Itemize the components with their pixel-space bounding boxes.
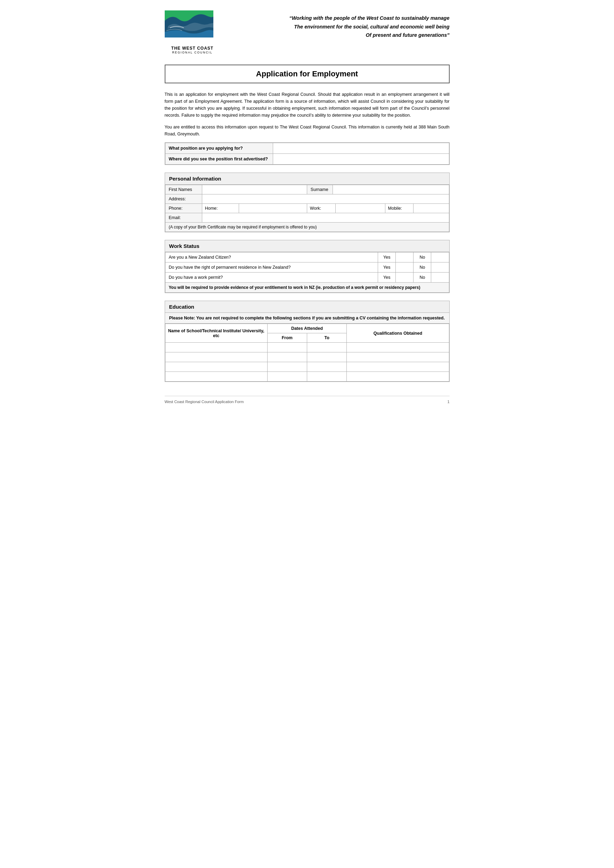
edu-from-4[interactable] bbox=[267, 372, 307, 381]
tagline-line1: “Working with the people of the West Coa… bbox=[227, 14, 450, 23]
citizen-no-box[interactable] bbox=[431, 253, 449, 262]
residence-row: Do you have the right of permanent resid… bbox=[165, 262, 449, 273]
citizen-question: Are you a New Zealand Citizen? bbox=[165, 253, 378, 262]
work-status-section: Work Status Are you a New Zealand Citize… bbox=[165, 240, 450, 293]
work-notice-text: You will be required to provide evidence… bbox=[165, 283, 449, 293]
position-question1-label: What position are you applying for? bbox=[165, 143, 273, 154]
footer-left: West Coast Regional Council Application … bbox=[165, 400, 244, 404]
personal-info-header: Personal Information bbox=[165, 173, 449, 185]
edu-qual-2[interactable] bbox=[347, 352, 449, 362]
citizen-no-label: No bbox=[413, 253, 431, 262]
position-row2: Where did you see the position first adv… bbox=[165, 154, 449, 164]
permit-yes-label: Yes bbox=[378, 273, 396, 283]
work-mobile-table: Work: Mobile: bbox=[307, 204, 449, 213]
email-value[interactable] bbox=[202, 213, 449, 223]
header: THE WEST COAST REGIONAL COUNCIL “Working… bbox=[165, 11, 450, 54]
residence-no-box[interactable] bbox=[431, 262, 449, 273]
edu-school-4[interactable] bbox=[165, 372, 267, 381]
edu-to-3[interactable] bbox=[307, 362, 347, 372]
edu-row-1 bbox=[165, 343, 449, 352]
home-value[interactable] bbox=[239, 204, 307, 213]
edu-col-qualifications: Qualifications Obtained bbox=[347, 324, 449, 343]
edu-to-4[interactable] bbox=[307, 372, 347, 381]
citizen-row: Are you a New Zealand Citizen? Yes No bbox=[165, 253, 449, 262]
email-label: Email: bbox=[165, 213, 202, 223]
edu-school-1[interactable] bbox=[165, 343, 267, 352]
education-note: Please Note: You are not required to com… bbox=[165, 313, 449, 324]
edu-qual-4[interactable] bbox=[347, 372, 449, 381]
position-question1-value[interactable] bbox=[273, 143, 449, 154]
edu-row-3 bbox=[165, 362, 449, 372]
permit-question: Do you have a work permit? bbox=[165, 273, 378, 283]
work-value[interactable] bbox=[335, 204, 385, 213]
logo-area: THE WEST COAST REGIONAL COUNCIL bbox=[165, 11, 220, 54]
edu-col-dates: Dates Attended bbox=[267, 324, 347, 333]
education-header: Education bbox=[165, 301, 449, 313]
edu-school-2[interactable] bbox=[165, 352, 267, 362]
edu-col-to: To bbox=[307, 333, 347, 343]
birth-cert-note: (A copy of your Birth Certificate may be… bbox=[165, 223, 449, 232]
position-question2-value[interactable] bbox=[273, 154, 449, 164]
work-status-table: Are you a New Zealand Citizen? Yes No Do… bbox=[165, 252, 449, 293]
address-label: Address: bbox=[165, 194, 202, 204]
edu-to-2[interactable] bbox=[307, 352, 347, 362]
surname-value[interactable] bbox=[333, 185, 449, 194]
page-title: Application for Employment bbox=[169, 70, 445, 79]
permit-no-box[interactable] bbox=[431, 273, 449, 283]
phone-row: Phone: Home: Work: Mobile: bbox=[165, 204, 449, 213]
position-table: What position are you applying for? Wher… bbox=[165, 143, 449, 164]
work-status-header: Work Status bbox=[165, 240, 449, 252]
mobile-label: Mobile: bbox=[385, 204, 413, 213]
citizen-yes-box[interactable] bbox=[396, 253, 413, 262]
edu-col-school: Name of School/Technical Institute/ Univ… bbox=[165, 324, 267, 343]
position-row1: What position are you applying for? bbox=[165, 143, 449, 154]
edu-from-2[interactable] bbox=[267, 352, 307, 362]
residence-no-label: No bbox=[413, 262, 431, 273]
phone-inner-table: Home: bbox=[202, 204, 307, 213]
mobile-value[interactable] bbox=[413, 204, 449, 213]
intro-paragraph1: This is an application for employment wi… bbox=[165, 91, 450, 119]
work-notice-row: You will be required to provide evidence… bbox=[165, 283, 449, 293]
edu-to-1[interactable] bbox=[307, 343, 347, 352]
edu-header-row1: Name of School/Technical Institute/ Univ… bbox=[165, 324, 449, 333]
education-table: Name of School/Technical Institute/ Univ… bbox=[165, 324, 449, 381]
edu-col-from: From bbox=[267, 333, 307, 343]
tagline-line3: Of present and future generations” bbox=[227, 31, 450, 40]
logo-title: THE WEST COAST bbox=[165, 46, 220, 51]
position-section: What position are you applying for? Wher… bbox=[165, 143, 450, 165]
address-row: Address: bbox=[165, 194, 449, 204]
intro-paragraph2: You are entitled to access this informat… bbox=[165, 124, 450, 138]
residence-question: Do you have the right of permanent resid… bbox=[165, 262, 378, 273]
edu-from-3[interactable] bbox=[267, 362, 307, 372]
home-label: Home: bbox=[202, 204, 239, 213]
edu-qual-3[interactable] bbox=[347, 362, 449, 372]
tagline-area: “Working with the people of the West Coa… bbox=[220, 11, 450, 40]
position-question2-label: Where did you see the position first adv… bbox=[165, 154, 273, 164]
residence-yes-label: Yes bbox=[378, 262, 396, 273]
residence-yes-box[interactable] bbox=[396, 262, 413, 273]
surname-label: Surname bbox=[307, 185, 333, 194]
permit-yes-box[interactable] bbox=[396, 273, 413, 283]
footer: West Coast Regional Council Application … bbox=[165, 396, 450, 404]
citizen-yes-label: Yes bbox=[378, 253, 396, 262]
page-title-box: Application for Employment bbox=[165, 65, 450, 83]
edu-row-4 bbox=[165, 372, 449, 381]
footer-right: 1 bbox=[447, 400, 449, 404]
work-label: Work: bbox=[307, 204, 336, 213]
edu-from-1[interactable] bbox=[267, 343, 307, 352]
edu-qual-1[interactable] bbox=[347, 343, 449, 352]
education-note-text: Please Note: You are not required to com… bbox=[169, 316, 445, 321]
birth-cert-row: (A copy of your Birth Certificate may be… bbox=[165, 223, 449, 232]
logo-subtitle: REGIONAL COUNCIL bbox=[165, 51, 220, 54]
education-section: Education Please Note: You are not requi… bbox=[165, 301, 450, 382]
permit-row: Do you have a work permit? Yes No bbox=[165, 273, 449, 283]
edu-school-3[interactable] bbox=[165, 362, 267, 372]
tagline-line2: The environment for the social, cultural… bbox=[227, 23, 450, 31]
permit-no-label: No bbox=[413, 273, 431, 283]
personal-info-section: Personal Information First Names Surname… bbox=[165, 172, 450, 232]
phone-label: Phone: bbox=[165, 204, 202, 213]
email-row: Email: bbox=[165, 213, 449, 223]
address-value[interactable] bbox=[202, 194, 449, 204]
first-names-value[interactable] bbox=[202, 185, 307, 194]
first-names-label: First Names bbox=[165, 185, 202, 194]
